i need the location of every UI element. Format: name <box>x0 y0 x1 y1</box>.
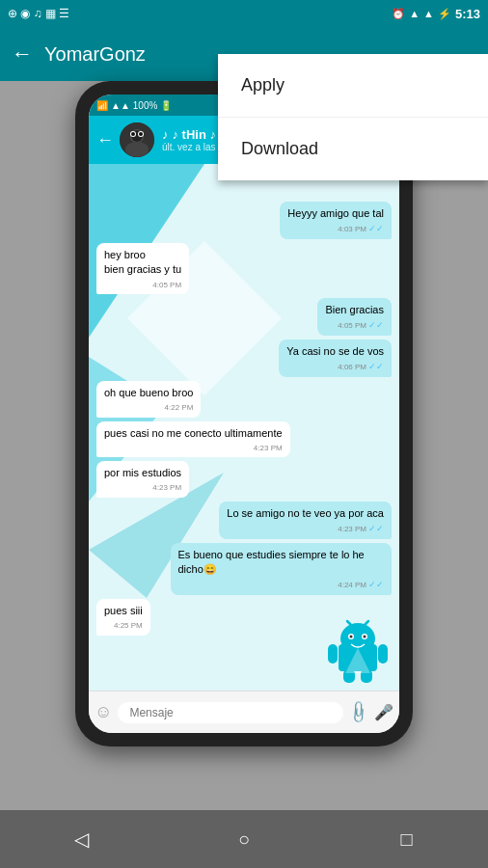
message-text: hey broo bien gracias y tu <box>104 248 181 278</box>
message-bubble: hey broo bien gracias y tu4:05 PM <box>96 243 189 294</box>
message-ticks: ✓✓ <box>368 523 384 535</box>
message-time: 4:25 PM <box>104 620 143 631</box>
svg-point-6 <box>131 132 135 136</box>
message-text: pues siii <box>104 604 143 618</box>
back-nav-button[interactable]: ◁ <box>62 820 100 858</box>
emoji-button[interactable]: ☺ <box>95 702 112 722</box>
svg-line-19 <box>347 621 351 625</box>
chat-area: 24 de mayo Heyyy amigo que tal4:03 PM✓✓h… <box>89 164 399 691</box>
message-bubble: pues siii4:25 PM <box>96 599 150 636</box>
message-row: por mis estudios4:23 PM <box>96 461 392 498</box>
battery-icon: ⚡ <box>438 8 451 20</box>
phone-signal-icon: ▲▲ <box>111 100 130 111</box>
status-bar: ⊕ ◉ ♫ ▦ ☰ ⏰ ▲ ▲ ⚡ 5:13 <box>0 0 488 27</box>
message-text: por mis estudios <box>104 466 181 480</box>
back-button[interactable]: ← <box>12 41 33 67</box>
signal-icon: ▲ <box>423 8 434 19</box>
svg-point-18 <box>364 636 366 638</box>
attach-button[interactable]: 📎 <box>345 699 372 726</box>
phone-screen: 📶 ▲▲ 100% 🔋 03:39 PM ← <box>89 95 399 733</box>
message-row: pues casi no me conecto ultimamente4:23 … <box>96 421 392 458</box>
message-time: 4:03 PM✓✓ <box>287 223 384 235</box>
phone-status-left: 📶 ▲▲ 100% 🔋 <box>96 100 172 111</box>
message-bubble: oh que bueno broo4:22 PM <box>96 381 201 418</box>
message-time: 4:22 PM <box>104 402 193 413</box>
message-row: Lo se amigo no te veo ya por aca4:23 PM✓… <box>96 502 392 539</box>
svg-point-7 <box>139 132 143 136</box>
message-time: 4:23 PM <box>104 482 181 493</box>
svg-rect-22 <box>378 644 388 664</box>
message-row: Bien gracias4:05 PM✓✓ <box>96 298 392 336</box>
download-menu-item[interactable]: Download <box>218 118 488 180</box>
dropdown-menu: Apply Download <box>218 54 488 180</box>
message-bubble: Bien gracias4:05 PM✓✓ <box>317 298 392 336</box>
message-time: 4:05 PM <box>104 280 181 290</box>
message-time: 4:23 PM <box>104 443 283 453</box>
page-title: YomarGonz <box>44 43 146 66</box>
apply-menu-item[interactable]: Apply <box>218 54 488 118</box>
message-time: 4:24 PM✓✓ <box>178 579 385 591</box>
contact-avatar <box>120 122 154 157</box>
android-mascot <box>324 617 392 685</box>
message-text: Heyyy amigo que tal <box>287 206 384 221</box>
notification-icons: ⊕ ◉ ♫ ▦ ☰ <box>8 7 69 20</box>
chat-input-bar: ☺ 📎 🎤 <box>89 691 399 733</box>
phone-battery-icon: 🔋 <box>160 100 172 111</box>
message-text: Es bueno que estudies siempre te lo he d… <box>178 548 385 578</box>
message-row: Ya casi no se de vos4:06 PM✓✓ <box>96 339 392 377</box>
message-ticks: ✓✓ <box>368 361 384 373</box>
home-nav-button[interactable]: ○ <box>225 820 263 858</box>
message-text: oh que bueno broo <box>104 386 193 400</box>
message-ticks: ✓✓ <box>368 579 384 591</box>
phone-device: 📶 ▲▲ 100% 🔋 03:39 PM ← <box>75 81 413 746</box>
svg-point-17 <box>350 636 353 638</box>
message-text: Lo se amigo no te veo ya por aca <box>227 506 384 521</box>
message-ticks: ✓✓ <box>368 223 384 235</box>
message-text: Bien gracias <box>325 303 384 317</box>
recent-nav-button[interactable]: □ <box>388 820 426 858</box>
clock-icon: ⏰ <box>392 8 405 20</box>
phone-wifi-icon: 📶 <box>96 100 108 111</box>
time-display: 5:13 <box>455 7 480 21</box>
message-row: Heyyy amigo que tal4:03 PM✓✓ <box>96 202 392 239</box>
message-ticks: ✓✓ <box>368 319 384 332</box>
message-time: 4:05 PM✓✓ <box>325 319 384 332</box>
svg-point-2 <box>125 142 149 157</box>
svg-rect-21 <box>328 644 338 664</box>
phone-battery-text: 100% <box>133 100 158 111</box>
message-row: hey broo bien gracias y tu4:05 PM <box>96 243 392 294</box>
message-text: pues casi no me conecto ultimamente <box>104 426 283 441</box>
bottom-navigation: ◁ ○ □ <box>0 810 488 868</box>
message-bubble: Heyyy amigo que tal4:03 PM✓✓ <box>280 202 392 239</box>
message-input[interactable] <box>118 702 343 723</box>
message-bubble: pues casi no me conecto ultimamente4:23 … <box>96 421 290 458</box>
message-bubble: Ya casi no se de vos4:06 PM✓✓ <box>279 339 392 377</box>
top-bar: ← YomarGonz Apply Download <box>0 27 488 81</box>
message-row: oh que bueno broo4:22 PM <box>96 381 392 418</box>
mic-button[interactable]: 🎤 <box>374 703 393 721</box>
message-text: Ya casi no se de vos <box>286 344 384 359</box>
message-row: Es bueno que estudies siempre te lo he d… <box>96 543 392 595</box>
status-bar-right: ⏰ ▲ ▲ ⚡ 5:13 <box>392 7 480 21</box>
message-time: 4:23 PM✓✓ <box>227 523 384 535</box>
phone-back-button[interactable]: ← <box>96 130 114 150</box>
message-time: 4:06 PM✓✓ <box>286 361 384 373</box>
message-bubble: Lo se amigo no te veo ya por aca4:23 PM✓… <box>219 502 392 539</box>
status-bar-left-icons: ⊕ ◉ ♫ ▦ ☰ <box>8 7 69 20</box>
message-bubble: por mis estudios4:23 PM <box>96 461 189 498</box>
svg-line-20 <box>365 621 368 625</box>
music-note-left: ♪ <box>162 127 169 142</box>
wifi-icon: ▲ <box>409 8 420 19</box>
message-bubble: Es bueno que estudies siempre te lo he d… <box>171 543 393 595</box>
